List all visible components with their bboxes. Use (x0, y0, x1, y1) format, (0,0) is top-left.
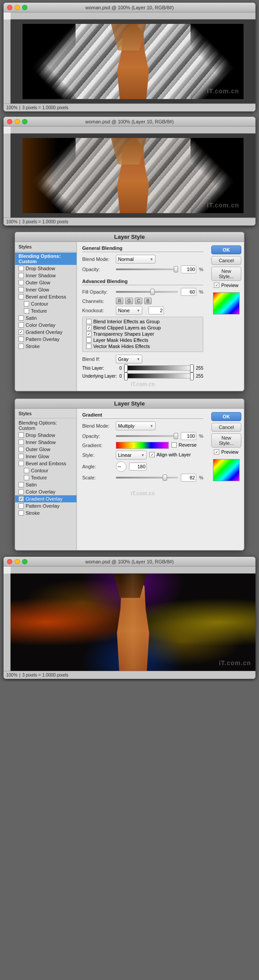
style-item-stroke[interactable]: Stroke (15, 343, 76, 350)
cb-gradient-overlay-2[interactable] (19, 496, 24, 501)
cb-blend-clipped[interactable] (86, 325, 91, 330)
cb-bevel-emboss[interactable] (19, 294, 24, 299)
style-item-drop-shadow-2[interactable]: Drop Shadow (15, 432, 76, 439)
opacity-value[interactable]: 100 (181, 265, 196, 273)
style-item-blending-options-2[interactable]: Blending Options: Custom (15, 419, 76, 432)
cb-stroke[interactable] (19, 344, 24, 349)
new-style-button-1[interactable]: New Style... (211, 267, 241, 281)
cb-satin-2[interactable] (19, 482, 24, 487)
knockout-select[interactable]: None ▼ (116, 306, 142, 315)
style-item-blending-options[interactable]: Blending Options: Custom (15, 253, 76, 265)
channel-b[interactable]: B (144, 298, 152, 304)
cb-color-overlay[interactable] (19, 322, 24, 328)
cb-transparency[interactable] (86, 331, 91, 337)
minimize-button-3[interactable] (15, 559, 20, 564)
gradient-picker[interactable] (116, 442, 169, 449)
close-button[interactable] (7, 5, 12, 10)
style-item-contour-2[interactable]: Contour (15, 467, 76, 474)
style-item-texture[interactable]: Texture (15, 307, 76, 314)
cancel-button-1[interactable]: Cancel (211, 256, 241, 265)
channel-c[interactable]: C (135, 298, 142, 304)
blend-mode-select[interactable]: Normal ▼ (116, 255, 156, 264)
angle-dial[interactable] (116, 461, 126, 472)
style-item-outer-glow-2[interactable]: Outer Glow (15, 446, 76, 453)
style-item-inner-shadow-2[interactable]: Inner Shadow (15, 439, 76, 446)
style-select[interactable]: Linear ▼ (116, 451, 147, 459)
style-item-satin[interactable]: Satin (15, 314, 76, 322)
fill-opacity-slider[interactable] (116, 291, 178, 293)
close-button-3[interactable] (7, 559, 12, 564)
cb-drop-shadow-2[interactable] (19, 433, 24, 438)
style-item-pattern-overlay[interactable]: Pattern Overlay (15, 336, 76, 343)
cb-contour-2[interactable] (24, 468, 29, 473)
cb-pattern-overlay-2[interactable] (19, 503, 24, 509)
scale-slider[interactable] (116, 477, 178, 479)
style-item-inner-glow[interactable]: Inner Glow (15, 286, 76, 293)
style-item-bevel-emboss-2[interactable]: Bevel and Emboss (15, 460, 76, 467)
cb-layer-mask[interactable] (86, 337, 91, 343)
cb-blend-interior[interactable] (86, 319, 91, 324)
maximize-button-2[interactable] (22, 119, 27, 124)
maximize-button[interactable] (22, 5, 27, 10)
cb-texture-2[interactable] (24, 475, 29, 480)
scale-value[interactable]: 82 (181, 474, 196, 482)
fill-opacity-value[interactable]: 60 (181, 288, 196, 296)
opacity-slider-2[interactable] (116, 435, 178, 437)
cb-outer-glow[interactable] (19, 280, 24, 285)
style-item-gradient-overlay-2[interactable]: Gradient Overlay (15, 495, 76, 502)
style-item-contour[interactable]: Contour (15, 300, 76, 307)
dialog-title-2: Layer Style (114, 400, 145, 407)
cb-vector-mask[interactable] (86, 344, 91, 349)
cb-satin[interactable] (19, 315, 24, 321)
new-style-button-2[interactable]: New Style... (211, 433, 241, 448)
ok-button-2[interactable]: OK (211, 412, 241, 421)
channel-r[interactable]: R (116, 298, 123, 304)
cb-drop-shadow[interactable] (19, 266, 24, 271)
knockout-num[interactable]: 2 (149, 306, 164, 314)
ok-button-1[interactable]: OK (211, 245, 241, 254)
cb-inner-glow[interactable] (19, 287, 24, 292)
style-item-inner-glow-2[interactable]: Inner Glow (15, 453, 76, 460)
style-item-color-overlay-2[interactable]: Color Overlay (15, 488, 76, 495)
cb-outer-glow-2[interactable] (19, 447, 24, 452)
angle-row: Angle: 180 (82, 461, 203, 472)
close-button-2[interactable] (7, 119, 12, 124)
cb-gradient-overlay[interactable] (19, 329, 24, 335)
opacity-value-2[interactable]: 100 (181, 432, 196, 440)
reverse-checkbox[interactable] (171, 442, 177, 448)
watermark-1: iT.com.cn (207, 88, 239, 95)
style-item-drop-shadow[interactable]: Drop Shadow (15, 265, 76, 272)
this-layer-slider[interactable] (124, 365, 194, 371)
align-checkbox[interactable] (149, 452, 155, 457)
style-item-outer-glow[interactable]: Outer Glow (15, 279, 76, 286)
cb-pattern-overlay[interactable] (19, 337, 24, 342)
style-item-color-overlay[interactable]: Color Overlay (15, 322, 76, 329)
cb-bevel-emboss-2[interactable] (19, 461, 24, 466)
cb-contour[interactable] (24, 301, 29, 306)
maximize-button-3[interactable] (22, 559, 27, 564)
cb-inner-shadow[interactable] (19, 273, 24, 278)
cb-texture[interactable] (24, 308, 29, 314)
style-item-texture-2[interactable]: Texture (15, 474, 76, 481)
blend-mode-select-2[interactable]: Multiply ▼ (116, 421, 156, 430)
style-item-bevel-emboss[interactable]: Bevel and Emboss (15, 293, 76, 300)
cb-inner-glow-2[interactable] (19, 454, 24, 459)
angle-value[interactable]: 180 (129, 463, 147, 471)
cb-color-overlay-2[interactable] (19, 489, 24, 494)
preview-checkbox-2[interactable] (214, 449, 219, 455)
style-item-stroke-2[interactable]: Stroke (15, 509, 76, 517)
cancel-button-2[interactable]: Cancel (211, 423, 241, 432)
underlying-slider[interactable] (124, 373, 194, 379)
blend-if-select[interactable]: Gray ▼ (116, 355, 142, 364)
cb-inner-shadow-2[interactable] (19, 440, 24, 445)
cb-stroke-2[interactable] (19, 510, 24, 516)
opacity-slider[interactable] (116, 268, 178, 270)
minimize-button[interactable] (15, 5, 20, 10)
style-item-gradient-overlay[interactable]: Gradient Overlay (15, 329, 76, 336)
preview-checkbox-1[interactable] (214, 283, 219, 288)
channel-g[interactable]: G (125, 298, 133, 304)
style-item-inner-shadow[interactable]: Inner Shadow (15, 272, 76, 279)
style-item-satin-2[interactable]: Satin (15, 481, 76, 488)
minimize-button-2[interactable] (15, 119, 20, 124)
style-item-pattern-overlay-2[interactable]: Pattern Overlay (15, 502, 76, 509)
